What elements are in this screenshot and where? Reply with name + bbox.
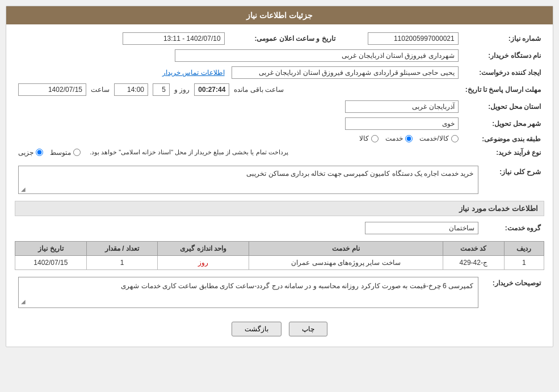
card-body: شماره نیاز: 1102005997000021 تاریخ و ساع…: [6, 24, 553, 347]
cell-date: 1402/07/15: [15, 255, 87, 269]
cell-code: ج-42-429: [443, 255, 504, 269]
process-radio-group: متوسط جزیی: [18, 149, 81, 157]
services-table: ردیف کد خدمت نام خدمت واحد اندازه گیری ت…: [15, 241, 544, 270]
buyer-org-value: شهرداری فیروزق استان اذربایجان غربی: [175, 49, 459, 62]
contact-link[interactable]: اطلاعات تماس خریدار: [162, 69, 225, 77]
resize-handle-icon: ◢: [21, 186, 26, 192]
category-kala-khedmat-label: کالا/خدمت: [419, 134, 448, 142]
cell-name: ساخت سایر پروژه‌های مهندسی عمران: [249, 255, 443, 269]
announce-label: تاریخ و ساعت اعلان عمومی:: [228, 30, 339, 47]
col-name: نام خدمت: [249, 241, 443, 255]
col-row-num: ردیف: [504, 241, 544, 255]
cell-count: 1: [86, 255, 158, 269]
deadline-time: 14:00: [114, 83, 148, 96]
process-motavasset-label: متوسط: [50, 149, 71, 157]
announce-value: 1402/07/10 - 13:11: [123, 32, 225, 45]
need-desc-box: خرید خدمت اجاره یک دستگاه کامیون کمپرسی …: [18, 166, 478, 194]
deadline-date: 1402/07/15: [18, 83, 86, 96]
services-section-title: اطلاعات خدمات مورد نیاز: [15, 201, 544, 216]
category-kala-label: کالا: [359, 134, 369, 142]
deadline-days-label: روز و: [174, 86, 190, 94]
need-number-value: 1102005997000021: [368, 32, 459, 45]
service-group-value: ساختمان: [365, 222, 478, 234]
category-khedmat[interactable]: خدمت: [385, 134, 413, 142]
deadline-timer-label: ساعت باقی مانده: [234, 86, 284, 94]
buyer-desc-label: توصیحات خریدار:: [482, 275, 544, 310]
col-count: تعداد / مقدار: [86, 241, 158, 255]
service-group-table: گروه خدمت: ساختمان: [15, 220, 544, 237]
category-label: طبقه بندی موضوعی:: [462, 132, 544, 146]
page-title: جزئیات اطلاعات نیاز: [246, 11, 313, 20]
category-radio-group: کالا/خدمت خدمت کالا: [359, 134, 458, 142]
category-kala[interactable]: کالا: [359, 134, 379, 142]
category-radio-khedmat[interactable]: [405, 135, 413, 142]
category-kala-khedmat[interactable]: کالا/خدمت: [419, 134, 458, 142]
buyer-desc-table: توصیحات خریدار: کمپرسی 6 چرخ-قیمت به صور…: [15, 275, 544, 310]
province-label: استان محل تحویل:: [462, 98, 544, 115]
deadline-days: 5: [153, 83, 170, 96]
process-motavasset[interactable]: متوسط: [50, 149, 81, 157]
buyer-desc-value: کمپرسی 6 چرخ-قیمت به صورت کارکرد روزانه …: [121, 282, 473, 290]
cell-row-num: 1: [504, 255, 544, 269]
service-group-label: گروه خدمت:: [482, 220, 544, 237]
col-code: کد خدمت: [443, 241, 504, 255]
process-jozyi[interactable]: جزیی: [18, 149, 43, 157]
col-date: تاریخ نیاز: [15, 241, 87, 255]
col-unit: واحد اندازه گیری: [158, 241, 249, 255]
process-radio-motavasset[interactable]: [73, 149, 81, 156]
table-row: 1 ج-42-429 ساخت سایر پروژه‌های مهندسی عم…: [15, 255, 544, 269]
requester-label: ایجاد کننده درخواست:: [462, 64, 544, 81]
need-desc-value: خرید خدمت اجاره یک دستگاه کامیون کمپرسی …: [246, 170, 473, 178]
category-radio-kala[interactable]: [371, 135, 379, 142]
card-header: جزئیات اطلاعات نیاز: [6, 6, 553, 24]
city-label: شهر محل تحویل:: [462, 115, 544, 132]
process-jozyi-label: جزیی: [18, 149, 33, 157]
city-value: خوی: [345, 117, 459, 130]
requester-value: یحیی حاجی حسینلو قراردادی شهرداری فیروزق…: [232, 66, 459, 79]
process-radio-jozyi[interactable]: [36, 149, 43, 156]
need-number-label: شماره نیاز:: [462, 30, 544, 47]
need-desc-table: شرح کلی نیاز: خرید خدمت اجاره یک دستگاه …: [15, 163, 544, 196]
category-radio-kala-khedmat[interactable]: [451, 135, 459, 142]
print-button[interactable]: چاپ: [289, 322, 327, 336]
header-info-table: شماره نیاز: 1102005997000021 تاریخ و ساع…: [15, 30, 544, 159]
province-value: آذربایجان غربی: [345, 100, 459, 113]
process-note: پرداخت تمام یا بخشی از مبلغ خریدار از مح…: [90, 149, 288, 156]
back-button[interactable]: بازگشت: [232, 322, 281, 336]
cell-unit: روز: [158, 255, 249, 269]
buyer-desc-box: کمپرسی 6 چرخ-قیمت به صورت کارکرد روزانه …: [18, 277, 478, 308]
need-desc-label: شرح کلی نیاز:: [482, 163, 544, 196]
deadline-time-label: ساعت: [91, 86, 110, 94]
page-wrapper: جزئیات اطلاعات نیاز شماره نیاز: 11020059…: [0, 0, 559, 392]
deadline-label: مهلت ارسال پاسخ تا تاریخ:: [462, 81, 544, 98]
resize-handle2-icon: ◢: [21, 297, 26, 306]
process-label: نوع فرآیند خرید:: [462, 146, 544, 159]
button-row: چاپ بازگشت: [15, 315, 544, 341]
category-khedmat-label: خدمت: [385, 134, 403, 142]
buyer-org-label: نام دستگاه خریدار:: [462, 47, 544, 64]
deadline-timer: 00:27:44: [194, 83, 229, 96]
main-card: جزئیات اطلاعات نیاز شماره نیاز: 11020059…: [6, 6, 553, 347]
